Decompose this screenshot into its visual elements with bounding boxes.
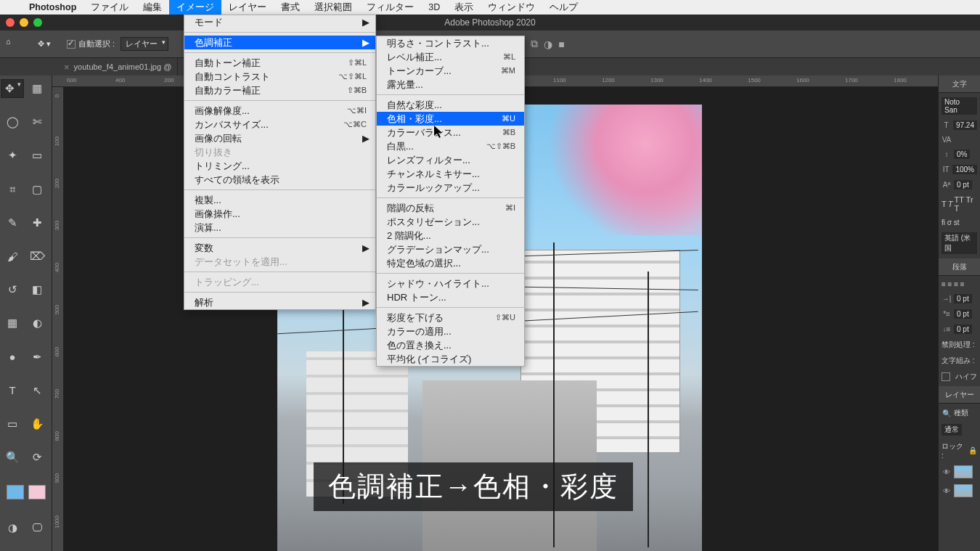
tool-magic-wand[interactable]: ✦ [1,146,24,165]
tool-rectangle[interactable]: ▭ [1,415,24,433]
auto-select-target-dropdown[interactable]: レイヤー [121,37,168,51]
tool-path-select[interactable]: ↖ [25,381,49,400]
menu-item[interactable]: ポスタリゼーション... [377,215,524,229]
font-style-buttons[interactable]: T T TT Tr T [939,192,980,216]
menu-3D[interactable]: 3D [421,0,447,15]
menu-item[interactable]: 露光量... [377,78,524,91]
quick-mask-icon[interactable]: ◑ [1,518,24,537]
menu-item[interactable]: 2 階調化... [377,229,524,242]
menu-item[interactable]: 色調補正▶ [184,36,375,49]
space-before-field[interactable]: 0 pt [954,325,972,334]
baseline-field[interactable]: 0 pt [954,180,972,189]
menu-item[interactable]: レンズフィルター... [377,153,524,167]
close-tab-icon[interactable]: × [64,62,70,73]
indent-field[interactable]: 0 pt [954,294,972,303]
menu-item[interactable]: 自動コントラスト⌥⇧⌘L [184,70,375,83]
foreground-color-swatch[interactable] [7,485,24,499]
background-color-swatch[interactable] [28,485,46,499]
menu-選択範囲[interactable]: 選択範囲 [307,0,359,15]
menu-item[interactable]: グラデーションマップ... [377,242,524,256]
home-icon[interactable]: ⌂ [6,37,20,52]
language-field[interactable]: 英語 (米国 [942,232,977,254]
visibility-icon[interactable]: 👁 [942,487,952,495]
menu-item[interactable]: HDR トーン... [377,290,524,304]
menu-編集[interactable]: 編集 [136,0,169,15]
font-size-field[interactable]: 97.24 [953,121,977,130]
tool-marquee[interactable]: ◯ [1,113,24,131]
menu-item[interactable]: 彩度を下げる⇧⌘U [377,311,524,325]
tool-brush[interactable]: 🖌 [1,247,24,266]
menu-ヘルプ[interactable]: ヘルプ [542,0,585,15]
tool-eyedropper[interactable]: ✎ [1,213,24,232]
menu-レイヤー[interactable]: レイヤー [221,0,274,15]
menu-item[interactable]: 自動カラー補正⇧⌘B [184,83,375,97]
move-tool-icon[interactable]: ✥ ▾ [38,39,51,49]
screen-mode-icon[interactable]: 🖵 [25,518,49,537]
menu-item[interactable]: トーンカーブ...⌘M [377,64,524,78]
tool-crop[interactable]: ⌗ [1,180,24,199]
menu-item[interactable]: レベル補正...⌘L [377,50,524,64]
menu-item[interactable]: 白黒...⌥⇧⌘B [377,139,524,153]
tool-eraser[interactable]: ◧ [25,280,49,299]
menu-フィルター[interactable]: フィルター [359,0,421,15]
menu-item[interactable]: カラーバランス...⌘B [377,126,524,139]
menu-item[interactable]: 自動トーン補正⇧⌘L [184,56,375,70]
tool-blur[interactable]: ◐ [25,314,49,332]
paragraph-panel-tab[interactable]: 段落 [939,258,980,276]
tool-object-select[interactable]: ▭ [25,146,49,165]
menu-ウィンドウ[interactable]: ウィンドウ [481,0,542,15]
menu-ファイル[interactable]: ファイル [83,0,136,15]
menu-item[interactable]: 画像操作... [184,207,375,221]
tool-artboard[interactable]: ▦ [25,79,49,98]
menu-イメージ[interactable]: イメージ [169,0,221,15]
menu-書式[interactable]: 書式 [274,0,307,15]
menu-item[interactable]: 複製... [184,193,375,207]
minimize-window-button[interactable] [20,18,28,27]
tool-hand[interactable]: ✋ [25,415,49,433]
indent-first-field[interactable]: 0 pt [954,309,972,319]
tool-zoom[interactable]: 🔍 [1,448,24,467]
tool-lasso[interactable]: ✄ [25,113,49,131]
mode-3d-icon[interactable]: ⧉ [531,38,538,50]
menu-item[interactable]: 明るさ・コントラスト... [377,36,524,50]
layers-panel-tab[interactable]: レイヤー [939,386,980,404]
menu-item[interactable]: チャンネルミキサー... [377,167,524,181]
menu-item[interactable]: 色相・彩度...⌘U [377,112,524,126]
menu-item[interactable]: 色の置き換え... [377,338,524,352]
tool-frame[interactable]: ▢ [25,180,49,199]
tool-type[interactable]: T [1,381,24,400]
tool-rotate-view[interactable]: ⟳ [25,448,49,467]
tool-spot-heal[interactable]: ✚ [25,213,49,232]
visibility-icon[interactable]: 👁 [942,468,952,476]
paragraph-align-buttons[interactable]: ≡ ≡ ≡ ≡ [939,277,980,291]
hyphenation-checkbox[interactable] [942,372,950,381]
menu-item[interactable]: 画像の回転▶ [184,131,375,145]
menu-item[interactable]: 演算... [184,221,375,234]
menu-item[interactable]: すべての領域を表示 [184,173,375,187]
character-panel-tab[interactable]: 文字 [939,75,980,93]
tool-history-brush[interactable]: ↺ [1,280,24,299]
menu-item[interactable]: 特定色域の選択... [377,256,524,270]
camera-icon[interactable]: ■ [558,38,564,50]
mask-icon[interactable]: ◑ [544,38,552,50]
close-window-button[interactable] [6,18,15,27]
menu-item[interactable]: カンバスサイズ...⌥⌘C [184,118,375,131]
layer-row[interactable]: 👁 [939,462,980,481]
tool-clone[interactable]: ⌦ [25,247,49,266]
maximize-window-button[interactable] [33,18,42,27]
menu-item[interactable]: シャドウ・ハイライト... [377,277,524,290]
tool-move[interactable]: ✥ [1,79,24,98]
menu-item[interactable]: モード▶ [184,15,375,29]
menu-item[interactable]: トリミング... [184,159,375,173]
document-tab[interactable]: × youtube_f4_anime01.jpg @ [58,58,178,75]
tool-pen[interactable]: ✒ [25,348,49,367]
app-menu[interactable]: Photoshop [22,0,83,15]
menu-表示[interactable]: 表示 [447,0,481,15]
menu-item[interactable]: カラーの適用... [377,325,524,338]
tool-gradient[interactable]: ▦ [1,314,24,332]
search-icon[interactable]: 🔍 [942,409,952,417]
tool-dodge[interactable]: ● [1,348,24,367]
font-family-field[interactable]: Noto San [942,97,977,115]
menu-item[interactable]: 平均化 (イコライズ) [377,352,524,366]
opentype-buttons[interactable]: fi σ st [939,216,980,229]
